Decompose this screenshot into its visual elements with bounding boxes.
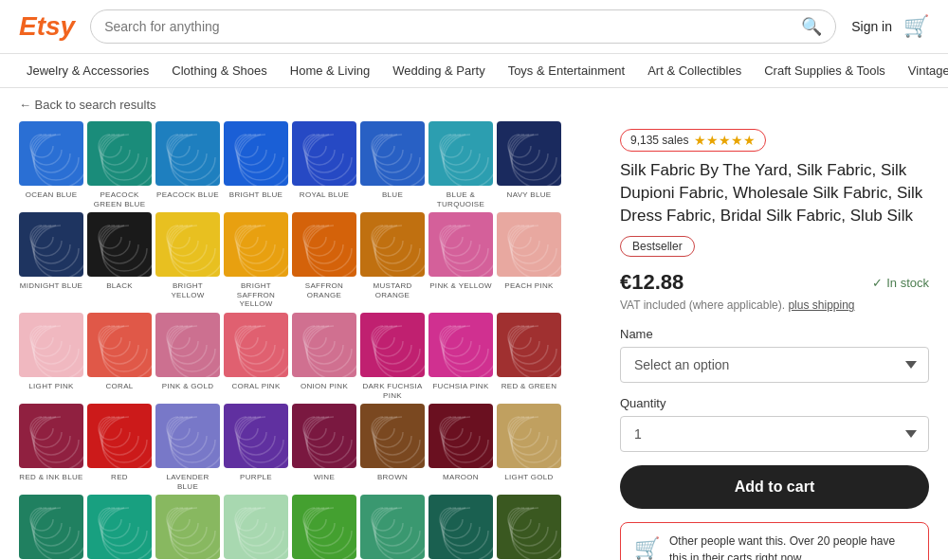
color-swatch-royal-blue[interactable]: ROYAL BLUE bbox=[292, 121, 356, 208]
swatch-label: DARK FUCHSIA PINK bbox=[360, 382, 425, 400]
color-swatch-light-pink[interactable]: LIGHT PINK bbox=[19, 313, 83, 400]
color-swatch-blue[interactable]: BLUE bbox=[360, 121, 425, 208]
swatch-label: CORAL PINK bbox=[224, 382, 288, 391]
color-swatch-navy-blue[interactable]: NAVY BLUE bbox=[497, 121, 561, 208]
back-to-results[interactable]: ← Back to search results bbox=[19, 98, 156, 112]
color-swatch-saffron-orange[interactable]: SAFFRON ORANGE bbox=[292, 212, 356, 309]
bestseller-badge: Bestseller bbox=[620, 236, 695, 257]
color-swatch-bright-blue[interactable]: BRIGHT BLUE bbox=[224, 121, 288, 208]
color-swatch-maroon[interactable]: MAROON bbox=[428, 404, 493, 491]
color-swatch-coral[interactable]: CORAL bbox=[87, 313, 152, 400]
swatch-label: PEACOCK BLUE bbox=[155, 190, 220, 200]
header-actions: Sign in 🛒 bbox=[851, 14, 929, 39]
color-swatch-lavender-blue[interactable]: LAVENDER BLUE bbox=[155, 404, 220, 491]
nav-item-home---living[interactable]: Home & Living bbox=[279, 54, 382, 87]
nav-item-toys---entertainment[interactable]: Toys & Entertainment bbox=[497, 54, 637, 87]
shipping-link[interactable]: plus shipping bbox=[788, 298, 854, 312]
breadcrumb: ← Back to search results bbox=[0, 88, 948, 121]
product-title: Silk Fabric By The Yard, Silk Fabric, Si… bbox=[620, 159, 929, 226]
swatch-label: PURPLE bbox=[224, 473, 288, 482]
search-button[interactable]: 🔍 bbox=[801, 16, 822, 37]
color-swatch-peacock-green-blue[interactable]: PEACOCK GREEN BLUE bbox=[87, 121, 152, 208]
color-swatch-wine[interactable]: WINE bbox=[292, 404, 356, 491]
swatch-label: LAVENDER BLUE bbox=[155, 473, 220, 491]
quantity-select[interactable]: 1 bbox=[620, 416, 929, 452]
color-swatch-red---ink-blue[interactable]: RED & INK BLUE bbox=[19, 404, 83, 491]
swatch-label: WINE bbox=[292, 473, 356, 482]
color-swatch-red[interactable]: RED bbox=[87, 404, 152, 491]
swatch-label: BRIGHT YELLOW bbox=[155, 281, 220, 299]
color-swatch-grass-green[interactable]: GRASS GREEN bbox=[292, 495, 356, 560]
cart-icon[interactable]: 🛒 bbox=[903, 14, 929, 39]
color-swatch-peach-pink[interactable]: PEACH PINK bbox=[497, 212, 561, 309]
swatch-label: LIGHT GOLD bbox=[497, 473, 561, 482]
search-input[interactable] bbox=[104, 19, 801, 34]
product-price: €12.88 bbox=[620, 270, 684, 295]
color-swatch-sea-blue---gold[interactable]: SEA BLUE & GOLD bbox=[19, 495, 83, 560]
nav-item-clothing---shoes[interactable]: Clothing & Shoes bbox=[160, 54, 278, 87]
swatch-label: ROYAL BLUE bbox=[292, 190, 356, 200]
color-swatch-dark-moss-green[interactable]: DARK MOSS GREEN bbox=[497, 495, 561, 560]
color-swatch-turquoise---gold[interactable]: TURQUOISE & GOLD bbox=[87, 495, 152, 560]
nav-item-art---collectibles[interactable]: Art & Collectibles bbox=[636, 54, 753, 87]
color-swatch-dark-peacock-green[interactable]: DARK PEACOCK GREEN bbox=[428, 495, 493, 560]
color-swatch-light-gold[interactable]: LIGHT GOLD bbox=[497, 404, 561, 491]
vat-text-label: VAT included (where applicable). bbox=[620, 298, 785, 312]
color-swatch-fuchsia-pink[interactable]: FUCHSIA PINK bbox=[428, 313, 493, 400]
main-content: OCEAN BLUEPEACOCK GREEN BLUEPEACOCK BLUE… bbox=[0, 121, 948, 560]
swatch-label: BROWN bbox=[360, 473, 425, 482]
color-swatch-sea-green[interactable]: SEA GREEN bbox=[360, 495, 425, 560]
swatch-label: ONION PINK bbox=[292, 382, 356, 391]
swatch-label: RED & INK BLUE bbox=[19, 473, 83, 482]
in-stock-badge: ✓ In stock bbox=[872, 276, 929, 290]
nav-item-craft-supplies---tools[interactable]: Craft Supplies & Tools bbox=[753, 54, 897, 87]
cart-alert: 🛒 Other people want this. Over 20 people… bbox=[620, 522, 929, 560]
color-swatch-mint-green[interactable]: MINT GREEN bbox=[224, 495, 288, 560]
swatch-label: NAVY BLUE bbox=[497, 190, 561, 200]
sign-in-button[interactable]: Sign in bbox=[851, 19, 892, 34]
color-swatch-pink---yellow[interactable]: PINK & YELLOW bbox=[428, 212, 493, 309]
swatch-label: BRIGHT SAFFRON YELLOW bbox=[224, 281, 288, 309]
color-swatch-bright-yellow[interactable]: BRIGHT YELLOW bbox=[155, 212, 220, 309]
color-swatch-dark-fuchsia-pink[interactable]: DARK FUCHSIA PINK bbox=[360, 313, 425, 400]
nav-item-wedding---party[interactable]: Wedding & Party bbox=[381, 54, 496, 87]
color-swatch-brown[interactable]: BROWN bbox=[360, 404, 425, 491]
swatch-label: SAFFRON ORANGE bbox=[292, 281, 356, 299]
color-swatch-purple[interactable]: PURPLE bbox=[224, 404, 288, 491]
add-to-cart-button[interactable]: Add to cart bbox=[620, 465, 929, 509]
swatch-grid: OCEAN BLUEPEACOCK GREEN BLUEPEACOCK BLUE… bbox=[19, 121, 597, 560]
color-swatch-onion-pink[interactable]: ONION PINK bbox=[292, 313, 356, 400]
in-stock-text: In stock bbox=[886, 276, 929, 290]
swatch-label: LIGHT PINK bbox=[19, 382, 83, 391]
cart-alert-icon: 🛒 bbox=[634, 533, 660, 560]
color-swatch-mustard-orange[interactable]: MUSTARD ORANGE bbox=[360, 212, 425, 309]
swatch-label: RED bbox=[87, 473, 152, 482]
product-info-panel: 9,135 sales ★★★★★ Silk Fabric By The Yar… bbox=[620, 121, 929, 560]
star-rating: ★★★★★ bbox=[694, 133, 756, 148]
swatch-label: BRIGHT BLUE bbox=[224, 190, 288, 200]
color-swatch-black[interactable]: BLACK bbox=[87, 212, 152, 309]
sales-badge: 9,135 sales ★★★★★ bbox=[620, 129, 766, 152]
navigation: Jewelry & AccessoriesClothing & ShoesHom… bbox=[0, 54, 948, 88]
product-image-grid: OCEAN BLUEPEACOCK GREEN BLUEPEACOCK BLUE… bbox=[19, 121, 597, 560]
color-swatch-coral-pink[interactable]: CORAL PINK bbox=[224, 313, 288, 400]
cart-alert-text: Other people want this. Over 20 people h… bbox=[669, 533, 915, 560]
header: Etsy 🔍 Sign in 🛒 bbox=[0, 0, 948, 54]
swatch-label: RED & GREEN bbox=[497, 382, 561, 391]
nav-item-jewelry---accessories[interactable]: Jewelry & Accessories bbox=[15, 54, 160, 87]
color-swatch-pistachio-green[interactable]: PISTACHIO GREEN bbox=[155, 495, 220, 560]
color-swatch-ocean-blue[interactable]: OCEAN BLUE bbox=[19, 121, 83, 208]
nav-item-vintage[interactable]: Vintage bbox=[897, 54, 948, 87]
color-swatch-midnight-blue[interactable]: MIDNIGHT BLUE bbox=[19, 212, 83, 309]
name-select[interactable]: Select an option bbox=[620, 347, 929, 383]
color-swatch-peacock-blue[interactable]: PEACOCK BLUE bbox=[155, 121, 220, 208]
color-swatch-red---green[interactable]: RED & GREEN bbox=[497, 313, 561, 400]
color-swatch-bright-saffron-yellow[interactable]: BRIGHT SAFFRON YELLOW bbox=[224, 212, 288, 309]
quantity-field-label: Quantity bbox=[620, 396, 929, 410]
swatch-label: PEACOCK GREEN BLUE bbox=[87, 190, 152, 208]
swatch-label: CORAL bbox=[87, 382, 152, 391]
color-swatch-blue---turquoise[interactable]: BLUE & TURQUOISE bbox=[428, 121, 493, 208]
sales-count: 9,135 sales bbox=[630, 134, 688, 147]
color-swatch-pink---gold[interactable]: PINK & GOLD bbox=[155, 313, 220, 400]
price-row: €12.88 ✓ In stock bbox=[620, 270, 929, 295]
